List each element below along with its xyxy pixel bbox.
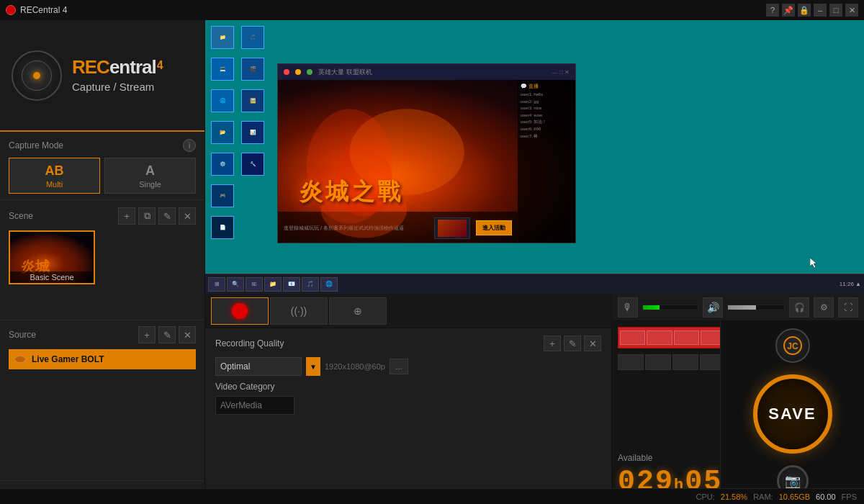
quality-select[interactable]: Optimal High Medium (215, 357, 302, 376)
logo-dot (33, 72, 40, 79)
speaker-button[interactable]: 🔊 (703, 297, 723, 318)
titlebar-left: RECentral 4 (6, 5, 67, 15)
game-title-cn: 炎城之戰 (300, 176, 403, 208)
scene-duplicate-button[interactable]: ⧉ (138, 207, 156, 225)
desktop-icon-4: 📂 (211, 121, 234, 144)
maximize-button[interactable]: □ (829, 4, 842, 17)
rec-add-button[interactable]: + (544, 336, 561, 351)
logo-version: 4 (157, 59, 163, 72)
taskbar-app4[interactable]: 🎵 (302, 277, 319, 292)
help-button[interactable]: ? (766, 4, 779, 17)
rec-settings: Recording Quality + ✎ ✕ Optimal High Med… (205, 328, 611, 422)
headphone-button[interactable]: 🎧 (789, 297, 809, 318)
game-window: 英雄大量 联盟联机 — □ ✕ (277, 63, 576, 243)
capture-mode-header: Capture Mode i (9, 139, 196, 152)
ram-label: RAM: (753, 492, 773, 501)
multi-label: Multi (46, 180, 63, 189)
taskbar-start[interactable]: ⊞ (208, 277, 225, 292)
taskbar-app2[interactable]: 📁 (264, 277, 282, 292)
desktop-icon-9: 🎬 (241, 58, 264, 81)
info-button[interactable]: i (183, 139, 196, 152)
minimize-button[interactable]: – (814, 4, 827, 17)
fullscreen-button[interactable]: ⛶ (838, 297, 858, 318)
resolution-text: 1920x1080@60p (325, 362, 385, 371)
mic-level-bar (642, 305, 698, 310)
mic-level-fill (643, 305, 660, 310)
taskbar-app1[interactable]: IE (246, 277, 263, 292)
taskbar: ⊞ 🔍 IE 📁 📧 🎵 🌐 11:26 ▲ (205, 274, 864, 294)
rec-delete-button[interactable]: ✕ (584, 336, 601, 351)
scene-label: Scene (9, 211, 33, 221)
video-category-label: Video Category (215, 382, 601, 392)
single-mode-button[interactable]: A Single (104, 158, 196, 194)
taskbar-app5[interactable]: 🌐 (320, 277, 338, 292)
scene-controls: + ⧉ ✎ ✕ (118, 207, 196, 225)
close-button[interactable]: ✕ (845, 4, 858, 17)
titlebar: RECentral 4 ? 📌 🔒 – □ ✕ (0, 0, 864, 20)
video-category-input[interactable] (215, 396, 294, 415)
logo-icon (12, 50, 62, 101)
source-delete-button[interactable]: ✕ (179, 326, 196, 343)
recentral-logo-symbol: JC (775, 328, 810, 363)
record-button[interactable] (211, 297, 269, 325)
stream2-icon: ⊕ (354, 305, 362, 317)
controls-right: 🎙 🔊 🎧 ⚙ ⛶ (612, 294, 864, 504)
pin-button[interactable]: 📌 (782, 4, 795, 17)
seg-1 (620, 330, 645, 345)
fps-label: FPS (842, 492, 857, 501)
desktop-icon-10: 🖼️ (241, 89, 264, 112)
stream-button[interactable]: ((·)) (270, 297, 328, 325)
mouse-cursor (810, 258, 817, 268)
timeline-area: 0:07:18 / 0:07:18 ↓ ✂ Available 029h05m (612, 321, 864, 504)
game-min-dot (295, 69, 301, 75)
capture-mode-section: Capture Mode i AB Multi A Single (0, 132, 204, 200)
taskbar-app3[interactable]: 📧 (283, 277, 300, 292)
scene-add-button[interactable]: + (118, 207, 135, 225)
save-button[interactable]: SAVE (753, 374, 832, 454)
logo-brand: RECentral (72, 58, 156, 76)
scene-thumbnail[interactable]: 炎城 Basic Scene (9, 230, 95, 284)
thumb-1 (618, 354, 644, 370)
more-button[interactable]: ... (390, 359, 408, 374)
desktop-icon-11: 📊 (241, 121, 264, 144)
scene-edit-button[interactable]: ✎ (158, 207, 176, 225)
svg-text:JC: JC (787, 341, 798, 351)
desktop-icon-7: 📄 (211, 216, 234, 239)
right-area: 📁 💻 🌐 📂 ⚙️ 🎮 📄 🎵 🎬 🖼️ 📊 🔧 (205, 20, 864, 504)
svg-marker-6 (810, 258, 816, 268)
desktop-icon-8: 🎵 (241, 26, 264, 49)
pin2-button[interactable]: 🔒 (798, 4, 811, 17)
source-header: Source + ✎ ✕ (9, 326, 196, 343)
rec-edit-button[interactable]: ✎ (564, 336, 581, 351)
titlebar-controls[interactable]: ? 📌 🔒 – □ ✕ (766, 4, 858, 17)
multi-mode-button[interactable]: AB Multi (9, 158, 100, 194)
preview-area: 📁 💻 🌐 📂 ⚙️ 🎮 📄 🎵 🎬 🖼️ 📊 🔧 (205, 20, 864, 294)
quality-select-wrapper: Optimal High Medium ▼ 1920x1080@60p ... (215, 357, 601, 376)
stream2-button[interactable]: ⊕ (329, 297, 387, 325)
audio-settings-button[interactable]: ⚙ (814, 297, 834, 318)
source-name-label: Live Gamer BOLT (32, 354, 104, 364)
source-edit-button[interactable]: ✎ (158, 326, 176, 343)
desktop-icon-12: 🔧 (241, 153, 264, 176)
capture-mode-label: Capture Mode (9, 140, 63, 150)
speaker-level-bar (727, 305, 785, 310)
mic-button[interactable]: 🎙 (618, 297, 638, 318)
scene-section: Scene + ⧉ ✎ ✕ (0, 200, 204, 320)
status-bar: CPU: 21.58% RAM: 10.65GB 60.00 FPS (0, 488, 864, 504)
thumb-3 (672, 354, 698, 370)
source-label: Source (9, 330, 36, 340)
titlebar-title: RECentral 4 (20, 5, 67, 15)
desktop-icon-3: 🌐 (211, 89, 234, 112)
scene-delete-button[interactable]: ✕ (179, 207, 196, 225)
source-add-button[interactable]: + (138, 326, 156, 343)
taskbar-search[interactable]: 🔍 (227, 277, 244, 292)
game-close-dot (284, 69, 289, 75)
seg-3 (674, 330, 699, 345)
logo-rec: REC (72, 56, 109, 78)
rec-quality-row: Recording Quality + ✎ ✕ (215, 336, 601, 351)
source-item[interactable]: Live Gamer BOLT (9, 349, 196, 369)
logo-subtitle: Capture / Stream (72, 81, 163, 93)
available-label: Available (618, 453, 733, 463)
desktop-icon-2: 💻 (211, 58, 234, 81)
select-arrow-icon: ▼ (306, 357, 320, 376)
